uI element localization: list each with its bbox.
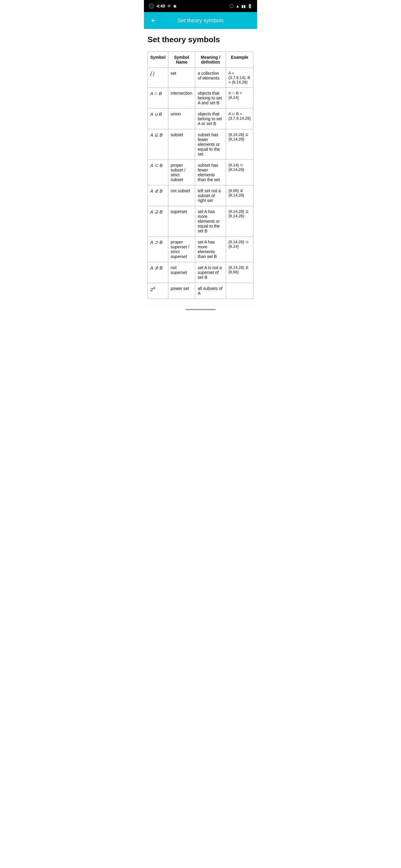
cell-example: A ∪ B = {3,7,9,14,28} bbox=[226, 108, 254, 129]
table-row: A ∩ Bintersectionobjects that belong to … bbox=[148, 88, 254, 108]
notch-icon bbox=[230, 4, 234, 8]
bottom-bar bbox=[144, 305, 257, 313]
cell-name: union bbox=[168, 108, 195, 129]
header-example: Example bbox=[226, 52, 254, 68]
camera-icon bbox=[149, 3, 154, 9]
wifi-icon: ▲ bbox=[236, 4, 239, 8]
cell-meaning: subset has fewer elements than the set bbox=[195, 160, 226, 185]
table-row: 2Apower setall subsets of A bbox=[148, 283, 254, 299]
cell-meaning: objects that belong to set A and set B bbox=[195, 88, 226, 108]
sim-icon: ▣ bbox=[173, 4, 176, 8]
status-left: 4:49 ⚙ ▣ bbox=[149, 3, 176, 9]
table-row: A ∪ Bunionobjects that belong to set A o… bbox=[148, 108, 254, 129]
cell-symbol: A ⊅ B bbox=[148, 262, 168, 283]
cell-name: proper subset / strict subset bbox=[168, 160, 195, 185]
cell-symbol: A ∩ B bbox=[148, 88, 168, 108]
cell-name: not subset bbox=[168, 185, 195, 206]
cell-meaning: objects that belong to set A or set B bbox=[195, 108, 226, 129]
app-bar: Set theory symbols bbox=[144, 12, 257, 29]
signal-icon: ▮▮ bbox=[241, 4, 246, 8]
cell-meaning: set A has more elements than set B bbox=[195, 237, 226, 262]
bottom-handle bbox=[185, 309, 216, 310]
cell-example: {9,66} ⊄ {9,14,28} bbox=[226, 185, 254, 206]
cell-symbol: A ∪ B bbox=[148, 108, 168, 129]
cell-meaning: left set not a subset of right set bbox=[195, 185, 226, 206]
symbol-table: Symbol Symbol Name Meaning / definition … bbox=[147, 52, 254, 299]
cell-name: subset bbox=[168, 129, 195, 160]
status-icons: ▲ ▮▮ 🔋 bbox=[230, 4, 252, 8]
cell-meaning: a collection of elements bbox=[195, 68, 226, 88]
cell-symbol: A ⊃ B bbox=[148, 237, 168, 262]
cell-name: proper superset / strict superset bbox=[168, 237, 195, 262]
cell-symbol: A ⊂ B bbox=[148, 160, 168, 185]
header-symbol: Symbol bbox=[148, 52, 168, 68]
header-meaning: Meaning / definition bbox=[195, 52, 226, 68]
cell-name: intersection bbox=[168, 88, 195, 108]
cell-example: {9,14,28} ⊅ {9,66} bbox=[226, 262, 254, 283]
table-row: A ⊆ Bsubsetsubset has fewer elements or … bbox=[148, 129, 254, 160]
cell-meaning: subset has fewer elements or equal to th… bbox=[195, 129, 226, 160]
cell-meaning: all subsets of A bbox=[195, 283, 226, 299]
cell-name: set bbox=[168, 68, 195, 88]
table-row: { }seta collection of elementsA = {3,7,9… bbox=[148, 68, 254, 88]
cell-symbol: A ⊄ B bbox=[148, 185, 168, 206]
settings-icon: ⚙ bbox=[168, 4, 171, 8]
cell-symbol: 2A bbox=[148, 283, 168, 299]
table-row: A ⊇ Bsupersetset A has more elements or … bbox=[148, 206, 254, 237]
cell-example: A = {3,7,9,14}, B = {9,14,28} bbox=[226, 68, 254, 88]
cell-example: {9,14,28} ⊃ {9,14} bbox=[226, 237, 254, 262]
cell-example bbox=[226, 283, 254, 299]
cell-example: A ∩ B = {9,14} bbox=[226, 88, 254, 108]
cell-symbol: { } bbox=[148, 68, 168, 88]
cell-name: not superset bbox=[168, 262, 195, 283]
back-button[interactable] bbox=[149, 16, 159, 25]
app-bar-title: Set theory symbols bbox=[159, 18, 242, 24]
cell-name: superset bbox=[168, 206, 195, 237]
table-row: A ⊃ Bproper superset / strict supersetse… bbox=[148, 237, 254, 262]
cell-example: {9,14} ⊂ {9,14,28} bbox=[226, 160, 254, 185]
table-row: A ⊂ Bproper subset / strict subsetsubset… bbox=[148, 160, 254, 185]
cell-symbol: A ⊆ B bbox=[148, 129, 168, 160]
status-bar: 4:49 ⚙ ▣ ▲ ▮▮ 🔋 bbox=[144, 0, 257, 12]
table-header-row: Symbol Symbol Name Meaning / definition … bbox=[148, 52, 254, 68]
cell-symbol: A ⊇ B bbox=[148, 206, 168, 237]
page-content: Set theory symbols Symbol Symbol Name Me… bbox=[144, 29, 257, 305]
cell-name: power set bbox=[168, 283, 195, 299]
cell-meaning: set A is not a superset of set B bbox=[195, 262, 226, 283]
header-name: Symbol Name bbox=[168, 52, 195, 68]
table-row: A ⊅ Bnot supersetset A is not a superset… bbox=[148, 262, 254, 283]
cell-meaning: set A has more elements or equal to the … bbox=[195, 206, 226, 237]
status-time: 4:49 bbox=[156, 4, 165, 8]
table-row: A ⊄ Bnot subsetleft set not a subset of … bbox=[148, 185, 254, 206]
page-heading: Set theory symbols bbox=[147, 35, 254, 44]
battery-icon: 🔋 bbox=[248, 4, 252, 8]
cell-example: {9,14,28} ⊇ {9,14,28} bbox=[226, 206, 254, 237]
cell-example: {9,14,28} ⊆ {9,14,28} bbox=[226, 129, 254, 160]
